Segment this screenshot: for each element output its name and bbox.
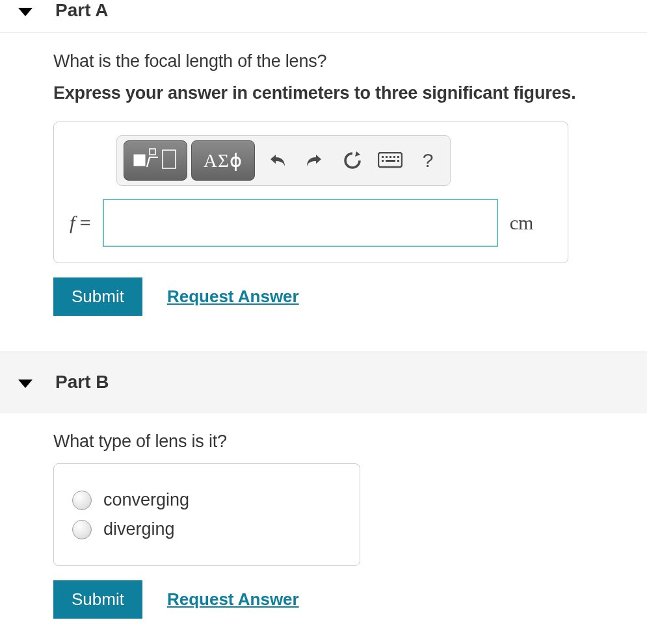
svg-rect-7 [393,156,395,158]
keyboard-icon [378,152,403,169]
answer-input[interactable] [103,199,498,247]
svg-rect-2 [163,150,176,168]
radio-option-diverging[interactable]: diverging [72,519,341,539]
svg-rect-9 [382,160,384,162]
help-label: ? [423,149,434,172]
part-a-body: What is the focal length of the lens? Ex… [0,33,647,316]
part-b-body: What type of lens is it? converging dive… [0,413,647,619]
radio-label: converging [103,490,189,510]
svg-rect-10 [386,160,395,162]
radio-icon [72,520,92,539]
greek-label: ΑΣϕ [204,149,243,172]
caret-down-icon [18,380,33,388]
toolbar-pill-group: ΑΣϕ [124,140,255,181]
part-b-question: What type of lens is it? [53,431,647,452]
variable-label: f = [70,212,91,234]
part-a-question: What is the focal length of the lens? [53,51,647,71]
part-a-title: Part A [55,0,108,21]
svg-rect-11 [397,160,399,162]
input-row: f = cm [66,199,556,247]
part-b-header[interactable]: Part B [0,352,647,413]
keyboard-button[interactable] [375,145,406,176]
help-button[interactable]: ? [412,145,443,176]
request-answer-link[interactable]: Request Answer [167,589,299,610]
greek-symbols-button[interactable]: ΑΣϕ [191,140,255,181]
radio-icon [72,491,92,510]
math-templates-button[interactable] [124,140,187,181]
radio-label: diverging [103,519,175,539]
equation-toolbar: ΑΣϕ [116,135,451,186]
svg-rect-0 [134,155,145,166]
svg-rect-6 [390,156,391,158]
submit-button[interactable]: Submit [53,277,142,316]
reset-icon [342,150,363,171]
part-a-actions: Submit Request Answer [53,277,647,316]
undo-button[interactable] [261,145,293,176]
redo-icon [304,150,325,171]
redo-button[interactable] [299,145,330,176]
math-template-icon [132,148,179,174]
part-a-instruction: Express your answer in centimeters to th… [53,83,647,103]
caret-down-icon [18,8,33,16]
svg-rect-4 [382,156,384,158]
request-answer-link[interactable]: Request Answer [167,287,299,307]
unit-label: cm [510,212,534,234]
radio-options-box: converging diverging [53,463,360,566]
reset-button[interactable] [337,145,368,176]
undo-icon [267,150,287,171]
svg-rect-5 [386,156,388,158]
part-a-header[interactable]: Part A [0,0,647,33]
part-b-actions: Submit Request Answer [53,580,647,619]
svg-rect-8 [397,156,399,158]
radio-option-converging[interactable]: converging [72,490,341,510]
svg-rect-1 [150,149,155,155]
submit-button[interactable]: Submit [53,580,142,619]
answer-box: ΑΣϕ [53,122,568,263]
part-b-title: Part B [55,372,109,393]
